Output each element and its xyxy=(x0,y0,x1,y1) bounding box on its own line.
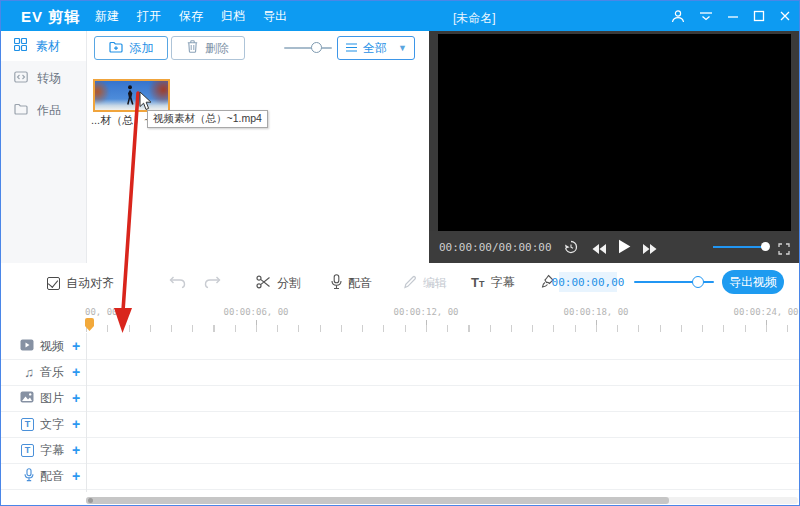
sidebar-item-label: 作品 xyxy=(37,102,61,119)
folder-plus-icon xyxy=(109,41,123,56)
sidebar-item-material[interactable]: 素材 xyxy=(1,31,86,61)
video-clip-thumbnail[interactable] xyxy=(93,79,170,112)
add-subtitle-clip-button[interactable]: + xyxy=(70,443,82,457)
menu-open[interactable]: 打开 xyxy=(137,8,161,25)
dub-label: 配音 xyxy=(348,275,372,292)
horizontal-scrollbar-thumb[interactable] xyxy=(86,497,669,504)
dub-button[interactable]: 配音 xyxy=(331,274,372,293)
filter-dropdown[interactable]: 全部 ▼ xyxy=(337,36,415,60)
rewind-icon[interactable] xyxy=(591,241,607,259)
main-menu: 新建 打开 保存 归档 导出 xyxy=(95,1,287,31)
thumbnail-size-slider-knob[interactable] xyxy=(311,42,322,53)
player-controls-bar: 00:00:00/00:00:00 xyxy=(429,231,799,263)
chevron-down-icon: ▼ xyxy=(398,43,407,53)
track-row-dub[interactable]: 配音 + xyxy=(1,463,799,490)
track-label-music: ♫ 音乐 + xyxy=(1,359,86,385)
fast-forward-icon[interactable] xyxy=(642,241,658,259)
add-music-clip-button[interactable]: + xyxy=(70,365,82,379)
split-button[interactable]: 分割 xyxy=(256,275,301,292)
close-icon[interactable] xyxy=(779,10,791,22)
add-material-button[interactable]: 添加 xyxy=(94,36,168,60)
maximize-icon[interactable] xyxy=(753,10,765,22)
track-label-subtitle: T 字幕 + xyxy=(1,437,86,463)
titlebar: EV 剪辑 新建 打开 保存 归档 导出 [未命名] xyxy=(1,1,799,31)
track-label-image: 图片 + xyxy=(1,385,86,411)
track-row-image[interactable]: 图片 + xyxy=(1,385,799,412)
video-preview-area xyxy=(438,34,791,231)
trash-icon xyxy=(187,40,198,56)
sidebar-item-transition[interactable]: 转场 xyxy=(1,63,86,93)
play-icon[interactable] xyxy=(618,239,631,258)
minimize-icon[interactable] xyxy=(727,10,739,22)
folder-icon xyxy=(14,103,28,118)
thumbnail-foliage-right xyxy=(149,79,170,105)
add-dub-clip-button[interactable]: + xyxy=(70,469,82,483)
sidebar: 素材 转场 作品 xyxy=(1,31,87,263)
track-row-subtitle[interactable]: T 字幕 + xyxy=(1,437,799,464)
image-track-icon xyxy=(20,391,34,406)
menu-export[interactable]: 导出 xyxy=(263,8,287,25)
add-image-clip-button[interactable]: + xyxy=(70,391,82,405)
scissors-icon xyxy=(256,275,271,292)
window-controls xyxy=(671,1,791,31)
auto-align-checkbox[interactable]: 自动对齐 xyxy=(47,275,114,292)
fullscreen-icon[interactable] xyxy=(778,241,790,259)
player-time-display: 00:00:00/00:00:00 xyxy=(439,241,552,254)
material-library-panel: 添加 删除 全部 ▼ ...材（总）~ 视频素材（总）~1.mp4 xyxy=(87,31,429,263)
track-label-video: 视频 + xyxy=(1,333,86,359)
add-video-clip-button[interactable]: + xyxy=(70,339,82,353)
auto-align-label: 自动对齐 xyxy=(66,275,114,292)
scrollbar-handle-dot xyxy=(88,498,93,503)
add-text-clip-button[interactable]: + xyxy=(70,417,82,431)
edit-button[interactable]: 编辑 xyxy=(403,275,447,292)
track-row-text[interactable]: T 文字 + xyxy=(1,411,799,438)
mic-track-icon xyxy=(24,468,34,485)
app-window: EV 剪辑 新建 打开 保存 归档 导出 [未命名] 素材 转场 作品 xyxy=(0,0,800,506)
text-track-icon: T xyxy=(21,418,34,431)
sidebar-item-label: 转场 xyxy=(37,70,61,87)
ruler-label: 00, 00 xyxy=(85,307,118,317)
ruler-label: 00:00:06, 00 xyxy=(216,307,296,317)
split-label: 分割 xyxy=(277,275,301,292)
replay-icon[interactable] xyxy=(564,240,578,258)
delete-material-button[interactable]: 删除 xyxy=(171,36,245,60)
timeline-zoom-slider-knob[interactable] xyxy=(692,276,704,288)
microphone-icon xyxy=(331,274,342,293)
track-row-music[interactable]: ♫ 音乐 + xyxy=(1,359,799,386)
subtitle-label: 字幕 xyxy=(490,274,514,291)
subtitle-track-icon: T xyxy=(21,444,34,457)
export-video-button[interactable]: 导出视频 xyxy=(722,270,784,294)
thumbnail-size-slider[interactable] xyxy=(284,47,332,49)
track-label-text: T 文字 + xyxy=(1,411,86,437)
sidebar-item-label: 素材 xyxy=(36,38,60,55)
document-title: [未命名] xyxy=(453,10,496,27)
ruler-label: 00:00:12, 00 xyxy=(386,307,466,317)
video-track-icon xyxy=(20,339,34,354)
collapse-menu-icon[interactable] xyxy=(699,10,713,22)
track-row-video[interactable]: 视频 + xyxy=(1,333,799,360)
checkbox-checked-icon xyxy=(47,277,60,290)
user-account-icon[interactable] xyxy=(671,9,685,23)
music-note-icon: ♫ xyxy=(24,366,34,379)
redo-icon[interactable] xyxy=(204,274,221,289)
add-material-label: 添加 xyxy=(130,40,154,57)
subtitle-button[interactable]: TT 字幕 xyxy=(471,274,514,291)
transition-icon xyxy=(14,71,28,86)
ruler-label: 00:00:18, 00 xyxy=(556,307,636,317)
ruler-label: 00:00:24, 00 xyxy=(726,307,800,317)
volume-slider-knob[interactable] xyxy=(761,242,770,251)
undo-icon[interactable] xyxy=(169,274,186,289)
track-label-divider xyxy=(86,333,87,492)
sidebar-item-works[interactable]: 作品 xyxy=(1,95,86,125)
menu-archive[interactable]: 归档 xyxy=(221,8,245,25)
current-timecode-display: 00:00:00,00 xyxy=(559,272,617,292)
menu-new[interactable]: 新建 xyxy=(95,8,119,25)
menu-save[interactable]: 保存 xyxy=(179,8,203,25)
timeline-tracks: 视频 + ♫ 音乐 + 图片 + T 文字 + xyxy=(1,333,799,492)
timeline-ruler[interactable]: 00, 00 00:00:06, 00 00:00:12, 00 00:00:1… xyxy=(1,301,799,334)
clip-tooltip: 视频素材（总）~1.mp4 xyxy=(147,110,268,128)
edit-label: 编辑 xyxy=(423,275,447,292)
thumbnail-foliage-left xyxy=(93,81,109,105)
pencil-icon xyxy=(403,275,417,292)
ruler-minor-ticks xyxy=(86,325,798,332)
